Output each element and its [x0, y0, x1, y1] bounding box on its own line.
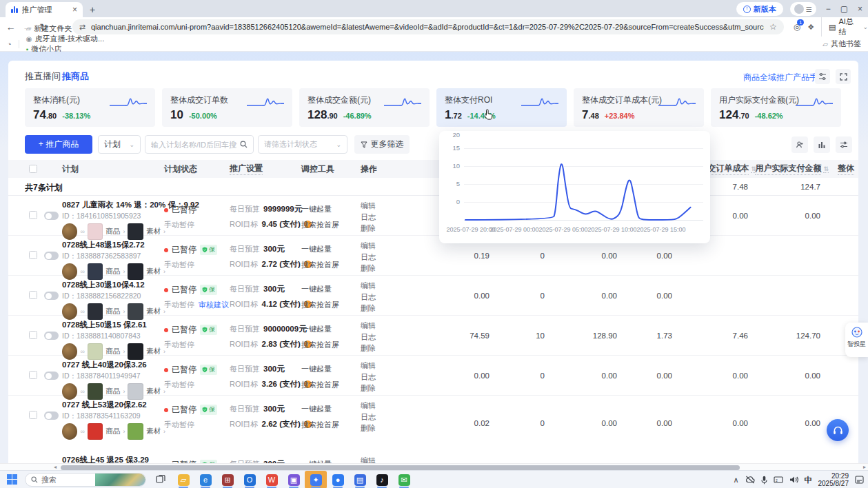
- task-view-button[interactable]: [156, 474, 165, 487]
- bookmark-star-icon[interactable]: ☆: [769, 22, 777, 32]
- tab-promote-liveroom[interactable]: 推直播间: [25, 70, 61, 83]
- taskbar-app[interactable]: e: [194, 471, 216, 488]
- minimize-button[interactable]: −: [826, 4, 831, 14]
- back-icon[interactable]: ←: [3, 21, 19, 32]
- search-top-screen-link[interactable]: 搜索抢首屏: [301, 300, 339, 310]
- tab-close-icon[interactable]: ×: [72, 5, 77, 14]
- taskbar-app[interactable]: ▣: [283, 471, 305, 488]
- one-key-boost-link[interactable]: 一键起量: [301, 404, 339, 414]
- horizontal-scrollbar[interactable]: ◂ ▸: [0, 463, 868, 470]
- plan-enable-toggle[interactable]: [44, 372, 59, 380]
- log-link[interactable]: 日志: [361, 412, 376, 423]
- taskbar-search[interactable]: 搜索: [25, 473, 146, 487]
- ime-indicator[interactable]: 中: [805, 475, 812, 485]
- sort-icon[interactable]: ⇅: [823, 165, 829, 173]
- row-checkbox[interactable]: [29, 371, 37, 379]
- campaign-notification-icon[interactable]: ◎1: [794, 22, 800, 32]
- metric-card[interactable]: 整体支付ROI 1 .72 -14.43%: [436, 88, 567, 127]
- row-checkbox[interactable]: [29, 411, 37, 419]
- taskbar-app[interactable]: O: [239, 471, 261, 488]
- taskbar-app[interactable]: ⊞: [216, 471, 239, 488]
- delete-link[interactable]: 删除: [361, 423, 376, 434]
- search-top-screen-link[interactable]: 搜索抢首屏: [301, 340, 339, 350]
- browser-profile[interactable]: ☰: [790, 2, 816, 16]
- taskbar-app[interactable]: ▤: [349, 471, 371, 488]
- plan-type-select[interactable]: 计划 ⌄: [98, 135, 141, 154]
- material-link[interactable]: 素材: [146, 307, 161, 316]
- log-link[interactable]: 日志: [361, 372, 376, 383]
- plan-title[interactable]: 0727 线上40退20保3.26: [62, 360, 165, 370]
- plan-title[interactable]: 0728线上30退10保4.12: [62, 280, 165, 290]
- browser-tab[interactable]: 推广管理 ×: [6, 2, 83, 17]
- bookmark-item[interactable]: 新建文件夹: [26, 23, 105, 34]
- product-link[interactable]: 商品: [105, 347, 120, 356]
- material-link[interactable]: 素材: [146, 427, 161, 436]
- row-checkbox[interactable]: [29, 251, 37, 259]
- edit-link[interactable]: 编辑: [361, 321, 376, 331]
- search-input[interactable]: [151, 141, 237, 149]
- cloud-off-icon[interactable]: [745, 476, 755, 484]
- microphone-icon[interactable]: [761, 476, 767, 485]
- delete-link[interactable]: 删除: [361, 383, 376, 394]
- metric-card[interactable]: 整体消耗(元) 74 .80 -38.13%: [25, 88, 155, 127]
- material-link[interactable]: 素材: [146, 267, 161, 276]
- search-top-screen-link[interactable]: 搜索抢首屏: [301, 380, 339, 390]
- metric-card[interactable]: 整体成交订单成本(元) 7 .48 +23.84%: [574, 88, 704, 127]
- delete-link[interactable]: 删除: [361, 343, 376, 354]
- product-link[interactable]: 商品: [105, 267, 120, 276]
- search-box[interactable]: [145, 135, 254, 154]
- edit-link[interactable]: 编辑: [361, 201, 376, 211]
- one-key-boost-link[interactable]: 一键起量: [301, 284, 339, 294]
- search-top-screen-link[interactable]: 搜索抢首屏: [301, 260, 339, 270]
- tray-expand-icon[interactable]: ∧: [733, 476, 738, 485]
- taskbar-app[interactable]: W: [261, 471, 283, 488]
- more-filters-button[interactable]: 更多筛选: [354, 135, 410, 154]
- layout-settings-icon[interactable]: [815, 69, 830, 84]
- taskbar-app[interactable]: ♪: [371, 471, 393, 488]
- plan-enable-toggle[interactable]: [44, 212, 59, 220]
- plan-title[interactable]: 0827 儿童雨衣 14% 退：20% 保：9.92: [62, 200, 165, 210]
- url-bar[interactable]: ⇄ qianchuan.jinritemai.com/uni-prom?aavi…: [72, 19, 784, 34]
- delete-link[interactable]: 删除: [361, 223, 376, 234]
- product-link[interactable]: 商品: [105, 427, 120, 436]
- taskbar-app[interactable]: ▱: [172, 471, 194, 488]
- delete-link[interactable]: 删除: [361, 263, 376, 274]
- start-button[interactable]: [7, 474, 17, 487]
- plan-enable-toggle[interactable]: [44, 252, 59, 260]
- taskbar-app[interactable]: ✦: [305, 471, 327, 488]
- review-suggestion-link[interactable]: 审核建议: [199, 300, 229, 310]
- header-control-tools[interactable]: 调控工具: [301, 160, 334, 178]
- metric-card[interactable]: 整体成交金额(元) 128 .90 -46.89%: [299, 88, 430, 127]
- row-checkbox[interactable]: [29, 291, 37, 299]
- metric-card[interactable]: 用户实际支付金额(元) 124 .70 -48.62%: [711, 88, 841, 127]
- assistant-widget[interactable]: 智投星: [845, 323, 868, 357]
- plan-title[interactable]: 0727 线上53退20保2.62: [62, 400, 165, 410]
- plan-title[interactable]: 0726线上45 退25 保3.29: [62, 455, 165, 463]
- select-all-checkbox[interactable]: [29, 165, 37, 173]
- header-plan[interactable]: 计划: [62, 160, 79, 178]
- edit-link[interactable]: 编辑: [361, 241, 376, 251]
- new-version-badge[interactable]: ↑ 新版本: [736, 2, 783, 16]
- header-plan-status[interactable]: 计划状态: [164, 160, 197, 178]
- plan-title[interactable]: 0728线上50退15 保2.61: [62, 320, 165, 330]
- product-thumbnail[interactable]: [88, 423, 103, 440]
- edit-link[interactable]: 编辑: [361, 400, 376, 411]
- delete-link[interactable]: 删除: [361, 303, 376, 314]
- share-user-icon[interactable]: [791, 136, 808, 153]
- row-checkbox[interactable]: [29, 211, 37, 219]
- material-thumbnail[interactable]: [128, 423, 143, 440]
- material-link[interactable]: 素材: [146, 347, 161, 356]
- column-settings-icon[interactable]: [836, 136, 852, 153]
- product-link[interactable]: 商品: [105, 307, 120, 316]
- bookmark-item[interactable]: 虎牙直播-技术驱动...: [26, 34, 105, 44]
- reading-list-icon[interactable]: ◔: [7, 40, 19, 48]
- new-tab-button[interactable]: +: [90, 4, 95, 15]
- edit-link[interactable]: 编辑: [361, 281, 376, 291]
- maximize-button[interactable]: ▢: [840, 4, 848, 14]
- edit-link[interactable]: 编辑: [361, 360, 376, 371]
- fullscreen-icon[interactable]: [836, 69, 851, 84]
- other-bookmarks[interactable]: 其他书签: [822, 39, 861, 49]
- taskbar-clock[interactable]: 20:29 2025/8/27: [818, 472, 849, 487]
- help-button[interactable]: [827, 419, 849, 441]
- tab-promote-product[interactable]: 推商品: [62, 70, 89, 83]
